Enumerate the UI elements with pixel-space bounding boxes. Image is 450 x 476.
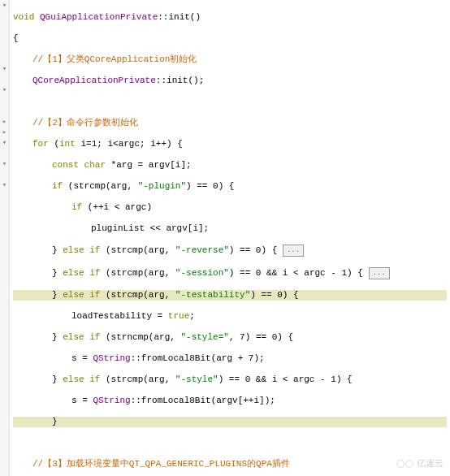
keyword: for (32, 139, 49, 149)
comment: //【2】命令行参数初始化 (32, 118, 138, 128)
fold-marker[interactable]: ▾ (0, 137, 9, 148)
fold-marker[interactable]: ▸ (0, 116, 9, 127)
keyword: void (13, 12, 34, 22)
fold-placeholder[interactable]: ... (369, 267, 390, 279)
fold-marker[interactable]: ▾ (0, 158, 9, 169)
keyword: const char (52, 160, 106, 170)
fold-marker[interactable]: ▸ (0, 127, 9, 137)
fold-marker[interactable]: ▾ (0, 84, 9, 95)
watermark-text: 亿速云 (417, 457, 444, 470)
fold-gutter: ▾ ▾ ▾ ▸ ▸ ▾ ▾ ▾ (0, 0, 10, 476)
fold-placeholder[interactable]: ... (283, 244, 304, 257)
type: QCoreApplicationPrivate (32, 76, 156, 85)
code-content[interactable]: void QGuiApplicationPrivate::init() { //… (10, 0, 450, 476)
fold-marker[interactable]: ▾ (0, 180, 9, 190)
type: QGuiApplicationPrivate (34, 12, 158, 22)
fold-marker[interactable]: ▾ (0, 63, 9, 74)
comment: //【3】加载环境变量中QT_QPA_GENERIC_PLUGINS的QPA插件 (32, 459, 290, 469)
brace: { (13, 33, 447, 44)
text: ::init() (158, 12, 201, 22)
blank (13, 97, 447, 107)
fold-marker[interactable]: ▾ (0, 0, 9, 11)
watermark-logo-icon (396, 460, 413, 468)
comment: //【1】父类QCoreApplication初始化 (32, 54, 197, 64)
code-editor: ▾ ▾ ▾ ▸ ▸ ▾ ▾ ▾ void QGuiApplicationPriv… (0, 0, 450, 476)
text: ::init(); (156, 76, 204, 85)
watermark: 亿速云 (396, 457, 444, 470)
